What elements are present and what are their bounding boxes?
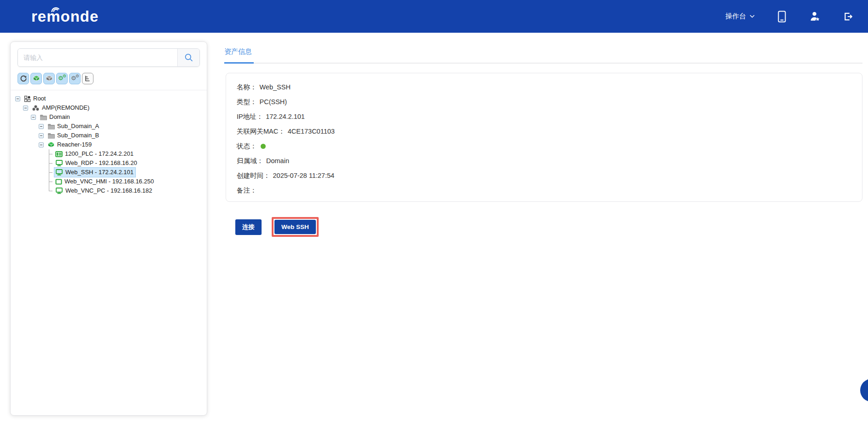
- folder-icon: [40, 114, 47, 120]
- remonde-logo: remonde: [31, 9, 99, 24]
- collapse-toggle-icon[interactable]: [23, 106, 28, 111]
- tree-item[interactable]: Domain: [11, 112, 207, 122]
- detail-row: 关联网关MAC：4CE173C01103: [237, 124, 851, 139]
- tree-connector: [47, 159, 54, 168]
- folder-icon: [47, 123, 55, 129]
- tree-item[interactable]: Sub_Domain_B: [11, 131, 207, 140]
- cube-green-icon: [47, 141, 55, 148]
- hmi-icon: [55, 179, 62, 185]
- tree-item-label: Sub_Domain_B: [57, 131, 99, 140]
- detail-label: IP地址：: [237, 112, 263, 121]
- cube-green-button[interactable]: [30, 73, 42, 84]
- detail-value: 172.24.2.101: [266, 113, 305, 120]
- tree-item[interactable]: Web_RDP - 192.168.16.20: [11, 159, 207, 168]
- tree-item-label: Sub_Domain_A: [57, 122, 99, 130]
- tree-item-label: Web_VNC_HMI - 192.168.16.250: [64, 177, 154, 186]
- tree-item-label: AMP(REMONDE): [42, 104, 89, 112]
- search-icon: [184, 53, 193, 62]
- collapse-toggle-icon[interactable]: [39, 142, 44, 147]
- tree-connector: [47, 168, 54, 177]
- tree-connector: [47, 149, 54, 159]
- detail-label: 归属域：: [237, 157, 263, 165]
- detail-label: 状态：: [237, 142, 257, 151]
- main-tabbar: 资产信息: [224, 47, 862, 64]
- tree-connector: [47, 177, 54, 186]
- tree-toolbar: ⚙⚙⚙⚙: [17, 73, 207, 84]
- detail-value: PC(SSH): [260, 98, 287, 106]
- divider: [11, 90, 207, 90]
- gears-green-button[interactable]: ⚙⚙: [56, 73, 68, 84]
- collapse-toggle-icon[interactable]: [39, 133, 44, 138]
- top-navbar: remonde 操作台: [0, 0, 868, 33]
- detail-row: 名称：Web_SSH: [237, 80, 851, 94]
- tree-item-label: Web_RDP - 192.168.16.20: [65, 159, 137, 167]
- detail-value: Domain: [266, 157, 289, 164]
- detail-value: 2025-07-28 11:27:54: [273, 172, 335, 179]
- plc-icon: [55, 151, 63, 157]
- console-dropdown-label: 操作台: [725, 12, 746, 21]
- cube-icon: [33, 75, 40, 82]
- connect-button[interactable]: 连接: [235, 219, 262, 235]
- tree-item[interactable]: AMP(REMONDE): [11, 103, 207, 112]
- detail-row: 归属域：Domain: [237, 153, 851, 168]
- tree-item-label: Root: [33, 94, 46, 103]
- chevron-down-icon: [750, 15, 755, 18]
- tree-item-label: Web_SSH - 172.24.2.101: [65, 168, 134, 176]
- monitor-icon: [55, 160, 63, 166]
- asset-tree: RootAMP(REMONDE)DomainSub_Domain_ASub_Do…: [11, 94, 207, 195]
- gears-icon: ⚙⚙: [71, 75, 79, 82]
- detail-label: 创建时间：: [237, 171, 270, 180]
- root-icon: [24, 95, 31, 102]
- console-dropdown[interactable]: 操作台: [725, 12, 755, 21]
- search-button[interactable]: [177, 49, 199, 66]
- tree-item[interactable]: 1200_PLC - 172.24.2.201: [11, 149, 207, 159]
- detail-row: 状态：: [237, 139, 851, 153]
- folder-icon: [47, 133, 55, 139]
- tree-item[interactable]: Root: [11, 94, 207, 103]
- collapse-toggle-icon[interactable]: [31, 115, 36, 120]
- asset-details-card: 名称：Web_SSH类型：PC(SSH)IP地址：172.24.2.101关联网…: [226, 73, 862, 202]
- refresh-dark-button[interactable]: [17, 73, 29, 84]
- detail-row: 类型：PC(SSH): [237, 94, 851, 109]
- gears-gray-button[interactable]: ⚙⚙: [69, 73, 81, 84]
- asset-tree-panel: ⚙⚙⚙⚙ RootAMP(REMONDE)DomainSub_Domain_AS…: [10, 41, 207, 416]
- cube-gray-button[interactable]: [43, 73, 55, 84]
- action-buttons: 连接 Web SSH: [235, 217, 319, 237]
- web-ssh-button[interactable]: Web SSH: [274, 220, 316, 234]
- tree-item-label: Web_VNC_PC - 192.168.16.182: [65, 187, 152, 195]
- tree-item[interactable]: Sub_Domain_A: [11, 122, 207, 131]
- search-input[interactable]: [18, 49, 177, 66]
- detail-label: 名称：: [237, 83, 257, 92]
- tab-asset-info[interactable]: 资产信息: [224, 47, 254, 64]
- mobile-icon[interactable]: [776, 11, 788, 23]
- floating-action-button[interactable]: [860, 379, 868, 402]
- collapse-toggle-icon[interactable]: [15, 96, 20, 101]
- tree-list-icon: [84, 75, 91, 82]
- detail-row: 创建时间：2025-07-28 11:27:54: [237, 168, 851, 183]
- monitor-icon: [55, 169, 63, 176]
- status-dot-online: [261, 144, 266, 149]
- collapse-toggle-icon[interactable]: [39, 124, 44, 129]
- tree-item-label: Reacher-159: [57, 141, 92, 149]
- user-star-icon[interactable]: [809, 11, 821, 23]
- tree-item[interactable]: Web_VNC_HMI - 192.168.16.250: [11, 177, 207, 186]
- tree-item-label: Domain: [49, 113, 70, 121]
- click-highlight-box: Web SSH: [272, 217, 319, 237]
- detail-value: 4CE173C01103: [288, 128, 335, 135]
- tree-item[interactable]: Web_VNC_PC - 192.168.16.182: [11, 186, 207, 195]
- tree-item[interactable]: Web_SSH - 172.24.2.101: [11, 168, 207, 177]
- detail-label: 类型：: [237, 98, 257, 106]
- tree-search: [17, 48, 200, 67]
- tree-item-label: 1200_PLC - 172.24.2.201: [65, 150, 134, 158]
- tree-list-dark-button[interactable]: [82, 73, 93, 84]
- detail-row: IP地址：172.24.2.101: [237, 109, 851, 124]
- monitor-icon: [55, 188, 63, 194]
- logout-icon[interactable]: [842, 11, 854, 23]
- tree-item[interactable]: Reacher-159: [11, 140, 207, 149]
- detail-value: Web_SSH: [260, 83, 291, 91]
- detail-row: 备注：: [237, 183, 851, 198]
- refresh-icon: [20, 75, 27, 82]
- cube-icon: [46, 75, 53, 82]
- detail-label: 关联网关MAC：: [237, 127, 285, 136]
- cluster-icon: [32, 105, 40, 112]
